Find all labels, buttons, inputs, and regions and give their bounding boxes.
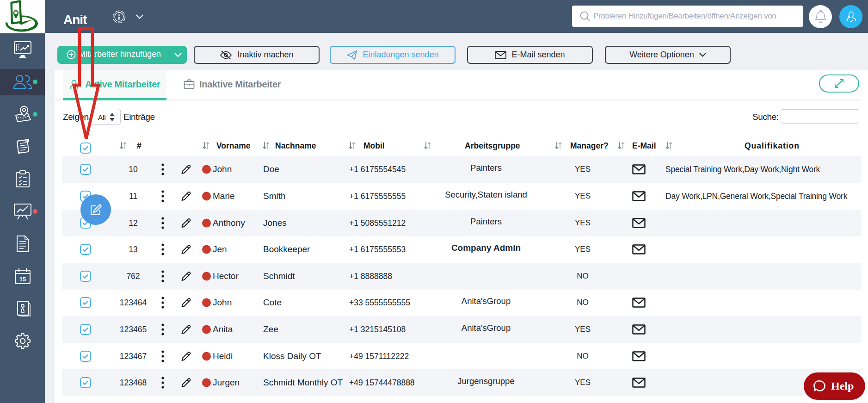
svg-text:15: 15: [19, 276, 25, 283]
